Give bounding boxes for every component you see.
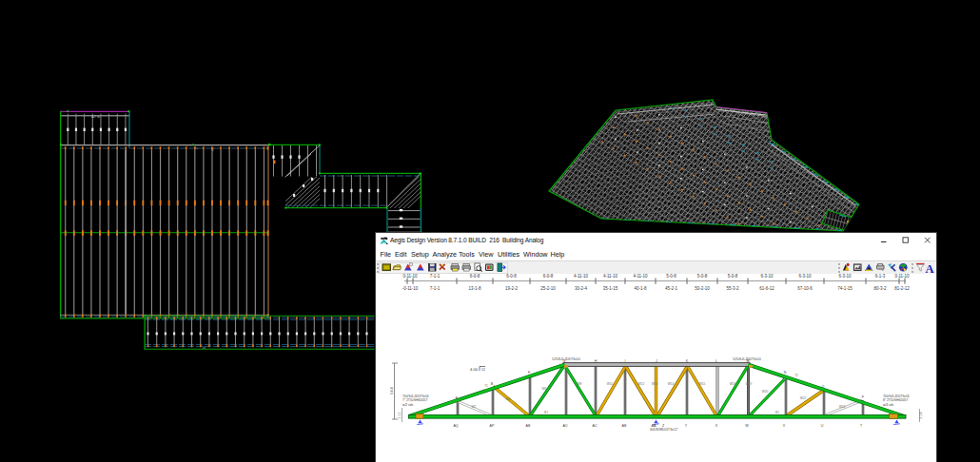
svg-text:60US/WD05T3x12": 60US/WD05T3x12" bbox=[650, 428, 678, 432]
svg-text:B1: B1 bbox=[775, 411, 779, 414]
svg-text:W12: W12 bbox=[638, 382, 645, 386]
svg-text:W10: W10 bbox=[607, 382, 614, 386]
svg-text:30-2-4: 30-2-4 bbox=[575, 286, 588, 291]
svg-text:N: N bbox=[784, 371, 787, 375]
svg-text:-0-11-10: -0-11-10 bbox=[402, 286, 419, 291]
svg-text:8" 2T5USH4D057: 8" 2T5USH4D057 bbox=[883, 398, 908, 402]
svg-text:5-0-8: 5-0-8 bbox=[697, 274, 708, 279]
svg-text:A7 d: A7 d bbox=[91, 114, 100, 119]
svg-text:V: V bbox=[783, 424, 786, 428]
svg-text:525/SJLJDDT3x10: 525/SJLJDDT3x10 bbox=[552, 357, 579, 361]
svg-text:80-3-2: 80-3-2 bbox=[873, 286, 887, 291]
svg-text:55-3-2: 55-3-2 bbox=[726, 286, 739, 291]
svg-text:AP: AP bbox=[490, 424, 495, 428]
svg-text:2-1-1: 2-1-1 bbox=[398, 412, 402, 418]
svg-text:5-0-8: 5-0-8 bbox=[666, 274, 676, 279]
svg-text:3-1-8: 3-1-8 bbox=[919, 412, 923, 418]
svg-text:W15: W15 bbox=[699, 382, 706, 386]
svg-text:61-6-12: 61-6-12 bbox=[759, 286, 774, 291]
svg-text:B: B bbox=[491, 382, 494, 386]
svg-text:6-0-8: 6-0-8 bbox=[470, 274, 480, 279]
svg-text:X: X bbox=[715, 424, 718, 428]
svg-text:W4: W4 bbox=[506, 397, 511, 401]
svg-text:81-2-12: 81-2-12 bbox=[894, 286, 910, 291]
svg-text:G: G bbox=[563, 359, 566, 363]
svg-text:w/4 sds: w/4 sds bbox=[883, 403, 894, 407]
svg-text:19-2-2: 19-2-2 bbox=[505, 286, 519, 291]
svg-text:6-3-10: 6-3-10 bbox=[798, 274, 812, 279]
svg-text:AB: AB bbox=[526, 424, 531, 428]
svg-text:0-11-10: 0-11-10 bbox=[894, 274, 910, 279]
svg-text:67-10-6: 67-10-6 bbox=[797, 286, 813, 291]
svg-text:F: F bbox=[528, 371, 531, 375]
svg-text:4-11-10: 4-11-10 bbox=[574, 274, 589, 279]
svg-text:W16: W16 bbox=[730, 382, 736, 386]
svg-text:13-1-8: 13-1-8 bbox=[468, 286, 481, 291]
svg-text:50-2-10: 50-2-10 bbox=[695, 286, 710, 291]
svg-text:W6: W6 bbox=[542, 387, 547, 391]
svg-text:W22: W22 bbox=[800, 396, 807, 400]
svg-text:45-2-1: 45-2-1 bbox=[665, 286, 678, 291]
svg-text:Y: Y bbox=[685, 424, 688, 428]
svg-text:5-0-8: 5-0-8 bbox=[728, 274, 738, 279]
svg-text:7-1-1: 7-1-1 bbox=[430, 286, 441, 291]
svg-text:H: H bbox=[595, 359, 598, 363]
svg-text:700/SJLJDDT3x16: 700/SJLJDDT3x16 bbox=[883, 395, 910, 398]
svg-text:6-3-10: 6-3-10 bbox=[760, 274, 774, 279]
svg-text:W13: W13 bbox=[652, 382, 658, 386]
svg-text:6-0-8: 6-0-8 bbox=[543, 274, 554, 279]
svg-text:P: P bbox=[862, 395, 865, 399]
svg-text:W19: W19 bbox=[746, 382, 753, 386]
svg-text:L: L bbox=[715, 359, 717, 363]
svg-text:74-1-15: 74-1-15 bbox=[837, 286, 853, 291]
svg-text:J: J bbox=[656, 359, 657, 363]
svg-text:7-1-1: 7-1-1 bbox=[430, 274, 441, 279]
svg-text:AO: AO bbox=[562, 424, 567, 428]
svg-text:W: W bbox=[745, 424, 749, 428]
svg-text:4.00: 4.00 bbox=[470, 367, 479, 372]
svg-text:25-2-10: 25-2-10 bbox=[540, 286, 556, 291]
svg-text:6-1-3: 6-1-3 bbox=[875, 274, 886, 279]
svg-text:6-0-8: 6-0-8 bbox=[506, 274, 517, 279]
svg-text:4-11-10: 4-11-10 bbox=[603, 274, 618, 279]
svg-text:I: I bbox=[625, 359, 626, 363]
svg-text:40-1-8: 40-1-8 bbox=[634, 286, 647, 291]
svg-text:12: 12 bbox=[481, 368, 485, 372]
svg-text:V: V bbox=[211, 147, 214, 152]
svg-text:9-0-0: 9-0-0 bbox=[390, 387, 394, 395]
svg-text:W8: W8 bbox=[578, 382, 582, 386]
svg-text:T2: T2 bbox=[794, 374, 798, 377]
svg-text:W20: W20 bbox=[762, 390, 769, 394]
svg-text:AB: AB bbox=[622, 424, 627, 428]
svg-text:W14: W14 bbox=[668, 382, 675, 386]
svg-text:U: U bbox=[821, 424, 824, 428]
svg-text:0-11-10: 0-11-10 bbox=[402, 274, 418, 279]
svg-text:T1: T1 bbox=[484, 384, 488, 388]
svg-text:Z: Z bbox=[662, 424, 665, 428]
svg-text:35-1-15: 35-1-15 bbox=[603, 286, 618, 291]
svg-text:W2: W2 bbox=[472, 405, 477, 409]
svg-text:6-3-10: 6-3-10 bbox=[838, 274, 852, 279]
svg-text:O: O bbox=[822, 385, 825, 389]
svg-text:B1: B1 bbox=[544, 411, 548, 414]
svg-text:1b: 1b bbox=[202, 346, 206, 350]
svg-text:w/2 sds: w/2 sds bbox=[402, 403, 414, 407]
svg-text:M: M bbox=[747, 359, 750, 363]
svg-text:AC: AC bbox=[593, 424, 598, 428]
svg-text:W24: W24 bbox=[839, 405, 846, 409]
svg-text:4-11-10: 4-11-10 bbox=[633, 274, 648, 279]
svg-text:700/SJLJDDT3x16: 700/SJLJDDT3x16 bbox=[402, 395, 429, 398]
svg-text:T: T bbox=[860, 424, 863, 428]
svg-text:AA: AA bbox=[652, 424, 657, 428]
svg-text:AQ: AQ bbox=[453, 424, 458, 428]
svg-text:7" 2T5USH4D057: 7" 2T5USH4D057 bbox=[402, 398, 427, 402]
